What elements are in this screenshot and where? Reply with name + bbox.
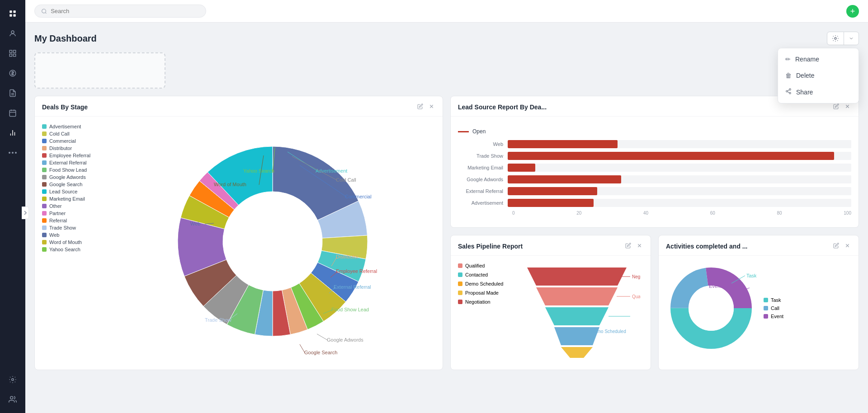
callout-google-search: Google Search [304, 350, 337, 355]
sales-pipeline-header: Sales Pipeline Report [451, 235, 651, 256]
search-box[interactable] [34, 5, 206, 18]
bar-track-advertisement [508, 199, 851, 207]
callout-employee-referral: Employee Referral [336, 268, 377, 274]
sidebar-icon-chart[interactable] [5, 45, 21, 61]
svg-rect-1 [14, 10, 16, 13]
svg-rect-0 [9, 10, 12, 13]
legend-item-food-show: Food Show Lead [42, 167, 101, 173]
funnel-svg-area: Negotiation Qualified Demo Scheduled [510, 263, 643, 362]
sidebar-icon-settings[interactable] [5, 371, 21, 388]
topbar-right: + [846, 5, 859, 18]
donut-legend: Advertisement Cold Call Commercial Distr… [42, 124, 101, 252]
right-column: Lead Source Report By Dea... [450, 96, 859, 370]
topbar: + [25, 0, 868, 23]
gear-button[interactable] [827, 32, 844, 45]
sidebar-icon-grid[interactable] [5, 5, 21, 22]
sidebar-icon-user2[interactable] [5, 391, 21, 408]
activities-donut-hole [689, 286, 734, 331]
sidebar-icon-doc[interactable] [5, 85, 21, 101]
legend-item-web: Web [42, 232, 101, 238]
dropdown-rename[interactable]: ✏ Rename [778, 51, 859, 67]
bar-chart-legend: Open [458, 128, 851, 135]
svg-line-25 [45, 12, 46, 13]
widget-grid: Deals By Stage Advertisemen [34, 96, 859, 370]
sidebar-icon-more[interactable] [5, 145, 21, 161]
sidebar-icon-dollar[interactable] [5, 65, 21, 81]
sales-pipeline-body: Qualified Contacted Demo Scheduled [451, 256, 651, 370]
legend-item-marketing-email: Marketing Email [42, 196, 101, 202]
legend-item-partner: Partner [42, 211, 101, 216]
bar-row-google-adwords: Google Adwords [458, 175, 851, 183]
legend-item-trade-show: Trade Show [42, 225, 101, 230]
bar-fill-advertisement [508, 199, 594, 207]
svg-rect-8 [14, 54, 16, 56]
bar-row-trade-show: Trade Show [458, 152, 851, 160]
lead-source-widget: Lead Source Report By Dea... [450, 96, 859, 228]
sales-pipeline-close-btn[interactable] [636, 242, 643, 251]
activities-edit-btn[interactable] [832, 242, 840, 251]
legend-item-google-adwords: Google Adwords [42, 174, 101, 180]
task-callout-label: Task [746, 273, 756, 278]
activities-donut-container: Task Event Task Call [666, 263, 851, 353]
activities-actions [832, 242, 851, 251]
bar-track-external-referral [508, 187, 851, 195]
svg-point-4 [11, 31, 14, 33]
bar-row-advertisement: Advertisement [458, 199, 851, 207]
bar-row-web: Web [458, 140, 851, 148]
sidebar-icon-user[interactable] [5, 25, 21, 42]
activities-close-btn[interactable] [844, 242, 851, 251]
activities-donut-svg: Task Event [666, 263, 756, 353]
bar-track-marketing-email [508, 164, 851, 172]
legend-item-employee-referral: Employee Referral [42, 153, 101, 158]
sales-pipeline-edit-btn[interactable] [624, 242, 632, 251]
legend-call: Call [764, 305, 783, 311]
funnel-legend-qualified: Qualified [458, 263, 503, 268]
deals-close-btn[interactable] [428, 103, 435, 112]
svg-point-28 [786, 90, 788, 92]
svg-line-46 [300, 344, 305, 353]
legend-item-other: Other [42, 203, 101, 209]
svg-point-22 [12, 379, 14, 381]
bar-fill-google-adwords [508, 175, 621, 183]
lead-source-edit-btn[interactable] [832, 103, 840, 112]
rename-icon: ✏ [785, 56, 791, 63]
funnel-legend-proposal: Proposal Made [458, 290, 503, 296]
sidebar-icon-calendar[interactable] [5, 105, 21, 121]
legend-item-yahoo-search: Yahoo Search [42, 247, 101, 252]
donut-chart-svg: Yahoo Search Word of Mouth Advertisement… [155, 124, 390, 359]
deals-edit-btn[interactable] [416, 103, 424, 112]
svg-rect-7 [9, 54, 12, 56]
add-button[interactable]: + [846, 5, 859, 18]
lead-source-title: Lead Source Report By Dea... [458, 103, 547, 111]
sidebar-expand-btn[interactable] [22, 206, 29, 219]
svg-point-24 [42, 9, 46, 13]
funnel-proposal [561, 347, 593, 358]
funnel-legend: Qualified Contacted Demo Scheduled [458, 263, 503, 305]
sidebar-icon-analytics[interactable] [5, 125, 21, 141]
lead-source-close-btn[interactable] [844, 103, 851, 112]
search-input[interactable] [51, 8, 199, 14]
svg-point-19 [9, 152, 10, 154]
dashboard-controls [827, 32, 859, 45]
bar-fill-marketing-email [508, 164, 535, 172]
dropdown-delete[interactable]: 🗑 Delete [778, 67, 859, 84]
event-callout-label: Event [709, 283, 722, 289]
bar-chart: Open Web Trade Show [458, 124, 851, 220]
dropdown-share[interactable]: Share [778, 84, 859, 100]
legend-item-lead-source: Lead Source [42, 189, 101, 194]
callout-word-of-mouth: Word of Mouth [214, 182, 246, 187]
funnel-container: Qualified Contacted Demo Scheduled [458, 263, 643, 362]
callout-food-show: Food Show Lead [331, 307, 369, 312]
bar-label-google-adwords: Google Adwords [458, 177, 508, 182]
search-icon [41, 8, 47, 14]
bar-row-marketing-email: Marketing Email [458, 164, 851, 172]
legend-item-distributor: Distributor [42, 145, 101, 151]
chevron-button[interactable] [844, 32, 859, 45]
deals-widget-header: Deals By Stage [35, 96, 443, 117]
svg-point-26 [835, 38, 836, 39]
callout-trade-show: Trade Show [205, 317, 231, 323]
callout-qualified: Qualified [632, 294, 640, 299]
callout-negotiation: Negotiation [632, 274, 640, 279]
svg-point-20 [12, 152, 14, 154]
bar-row-external-referral: External Referral [458, 187, 851, 195]
